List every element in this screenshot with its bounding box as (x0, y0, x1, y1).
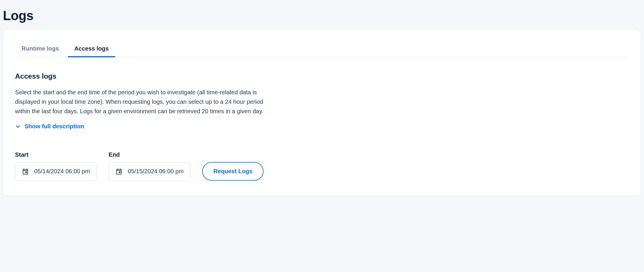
end-datetime-input[interactable]: 05/15/2024 06:00 pm (109, 162, 190, 181)
tab-access-logs[interactable]: Access logs (68, 42, 115, 57)
calendar-icon (22, 168, 29, 175)
start-datetime-value: 05/14/2024 06:00 pm (34, 168, 90, 175)
end-field-label: End (109, 151, 190, 158)
section-description: Select the start and the end time of the… (15, 88, 275, 116)
expand-toggle-label: Show full description (24, 123, 84, 130)
section-title: Access logs (15, 72, 629, 80)
date-range-controls: Start 05/14/2024 06:00 pm End 05/15/2024 (15, 151, 629, 181)
start-field-label: Start (15, 151, 97, 158)
start-datetime-input[interactable]: 05/14/2024 06:00 pm (15, 162, 97, 181)
end-datetime-value: 05/15/2024 06:00 pm (128, 168, 184, 175)
page-title: Logs (3, 8, 641, 23)
start-field-group: Start 05/14/2024 06:00 pm (15, 151, 97, 181)
calendar-icon (115, 168, 122, 175)
chevron-down-icon (15, 124, 21, 129)
request-logs-button[interactable]: Request Logs (202, 162, 264, 181)
tabs: Runtime logs Access logs (15, 42, 629, 57)
tab-runtime-logs[interactable]: Runtime logs (15, 42, 66, 57)
end-field-group: End 05/15/2024 06:00 pm (109, 151, 190, 181)
show-full-description-toggle[interactable]: Show full description (15, 123, 84, 130)
logs-panel: Runtime logs Access logs Access logs Sel… (3, 30, 641, 196)
